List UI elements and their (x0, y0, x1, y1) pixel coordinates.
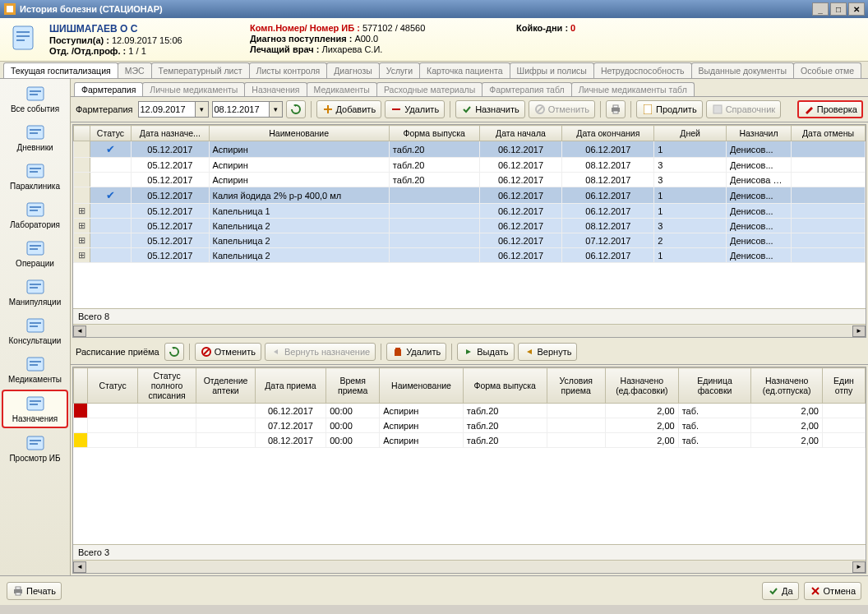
sub-tab-3[interactable]: Медикаменты (307, 82, 377, 96)
main-tab-9[interactable]: Выданные документы (691, 62, 794, 78)
grid1-col-4[interactable]: Форма выпуска (389, 126, 479, 141)
grid2-col-0[interactable] (74, 368, 88, 404)
grid2-col-2[interactable]: Статус полного списания (137, 368, 196, 404)
date-from-input[interactable] (139, 104, 195, 114)
sidebar-item-8[interactable]: Назначения (2, 390, 68, 428)
grid2-hscroll[interactable]: ◄ ► (73, 560, 866, 573)
main-tab-3[interactable]: Листы контроля (249, 62, 328, 78)
grid2-col-9[interactable]: Назначено (ед.фасовки) (605, 368, 678, 404)
grid2-col-10[interactable]: Единица фасовки (678, 368, 751, 404)
grid1-col-5[interactable]: Дата начала (479, 126, 562, 141)
table-row[interactable]: 08.12.201700:00Аспиринтабл.202,00таб.2,0… (74, 433, 866, 448)
table-row[interactable]: ✔05.12.2017Аспиринтабл.2006.12.201706.12… (74, 141, 866, 158)
date-from-dropdown-icon[interactable]: ▾ (195, 102, 208, 117)
grid2-col-8[interactable]: Условия приема (547, 368, 605, 404)
delete-button[interactable]: Удалить (385, 100, 445, 118)
scroll-right-icon[interactable]: ► (852, 561, 866, 573)
delete2-button[interactable]: Удалить (386, 343, 446, 361)
sidebar-item-4[interactable]: Операции (2, 235, 68, 272)
refresh2-button[interactable] (164, 343, 184, 361)
sidebar-item-0[interactable]: Все события (2, 81, 68, 118)
grid1-col-7[interactable]: Дней (654, 126, 727, 141)
grid1-col-3[interactable]: Наименование (209, 126, 389, 141)
grid1-col-0[interactable] (74, 126, 90, 141)
return-button[interactable]: Вернуть (518, 343, 578, 361)
grid1-col-8[interactable]: Назначил (727, 126, 792, 141)
svg-rect-17 (30, 210, 38, 211)
print-small-button[interactable] (606, 100, 626, 118)
grid1-col-1[interactable]: Статус (90, 126, 131, 141)
grid1-col-2[interactable]: Дата назначе... (132, 126, 209, 141)
ok-button[interactable]: Да (762, 582, 799, 600)
grid1-hscroll[interactable]: ◄ ► (73, 324, 866, 337)
sub-tab-4[interactable]: Расходные материалы (376, 82, 482, 96)
reference-button[interactable]: Справочник (706, 100, 782, 118)
table-row[interactable]: ⊞05.12.2017Капельница 206.12.201706.12.2… (74, 248, 866, 263)
grid2-col-7[interactable]: Форма выпуска (463, 368, 547, 404)
main-tab-6[interactable]: Карточка пациента (419, 62, 510, 78)
cancel2-button[interactable]: Отменить (195, 343, 261, 361)
scroll-right-icon[interactable]: ► (852, 325, 866, 337)
table-row[interactable]: 05.12.2017Аспиринтабл.2006.12.201708.12.… (74, 173, 866, 187)
table-row[interactable]: ⊞05.12.2017Капельница 106.12.201706.12.2… (74, 204, 866, 219)
table-row[interactable]: 05.12.2017Аспиринтабл.2006.12.201708.12.… (74, 158, 866, 173)
main-tab-7[interactable]: Шифры и полисы (510, 62, 594, 78)
date-to-field[interactable]: ▾ (212, 101, 283, 118)
minimize-button[interactable]: _ (812, 2, 829, 16)
return-label: Вернуть (538, 347, 572, 357)
cancel-assign-button[interactable]: Отменить (529, 100, 595, 118)
print-button[interactable]: Печать (7, 582, 62, 600)
sub-tab-6[interactable]: Личные медикаменты табл (571, 82, 695, 96)
sub-tab-2[interactable]: Назначения (244, 82, 307, 96)
cancel-button[interactable]: Отмена (804, 582, 861, 600)
sub-tab-1[interactable]: Личные медикаменты (142, 82, 245, 96)
main-tab-2[interactable]: Температурный лист (151, 62, 250, 78)
grid2-col-6[interactable]: Наименование (380, 368, 464, 404)
table-row[interactable]: ⊞05.12.2017Капельница 206.12.201708.12.2… (74, 219, 866, 233)
refresh-button[interactable] (286, 100, 306, 118)
sidebar-item-6[interactable]: Консультации (2, 312, 68, 349)
issue-button[interactable]: Выдать (457, 343, 514, 361)
sidebar-item-1[interactable]: Дневники (2, 119, 68, 156)
svg-rect-26 (30, 325, 38, 327)
grid2-col-11[interactable]: Назначено (ед.отпуска) (751, 368, 823, 404)
main-tab-5[interactable]: Услуги (379, 62, 420, 78)
sidebar-item-7[interactable]: Медикаменты (2, 351, 68, 388)
main-tab-1[interactable]: МЭС (118, 62, 152, 78)
extend-button[interactable]: Продлить (636, 100, 703, 118)
reference-label: Справочник (726, 104, 776, 114)
main-tab-8[interactable]: Нетрудоспособность (593, 62, 692, 78)
main-tab-4[interactable]: Диагнозы (326, 62, 380, 78)
scroll-left-icon[interactable]: ◄ (73, 325, 86, 337)
grid1-col-9[interactable]: Дата отмены (792, 126, 866, 141)
assign-button[interactable]: Назначить (455, 100, 525, 118)
table-row[interactable]: ⊞05.12.2017Капельница 206.12.201707.12.2… (74, 233, 866, 248)
table-row[interactable]: 07.12.201700:00Аспиринтабл.202,00таб.2,0… (74, 418, 866, 433)
sub-tab-0[interactable]: Фармтерапия (74, 82, 143, 96)
grid2-col-12[interactable]: Един отпу (822, 368, 865, 404)
svg-rect-19 (30, 245, 41, 247)
grid2-col-4[interactable]: Дата приема (255, 368, 326, 404)
date-to-input[interactable] (213, 104, 269, 114)
maximize-button[interactable]: □ (830, 2, 847, 16)
grid2-col-5[interactable]: Время приема (326, 368, 380, 404)
main-tab-0[interactable]: Текущая госпитализация (3, 62, 118, 78)
table-row[interactable]: ✔05.12.2017Калия йодида 2% р-р 400,0 мл0… (74, 187, 866, 204)
add-button[interactable]: Добавить (316, 100, 382, 118)
date-from-field[interactable]: ▾ (138, 101, 209, 118)
sidebar-item-9[interactable]: Просмотр ИБ (2, 430, 68, 467)
sidebar-item-2[interactable]: Параклиника (2, 158, 68, 195)
scroll-left-icon[interactable]: ◄ (73, 561, 86, 573)
sidebar-item-5[interactable]: Манипуляции (2, 274, 68, 311)
sidebar-item-3[interactable]: Лаборатория (2, 196, 68, 233)
table-row[interactable]: 06.12.201700:00Аспиринтабл.202,00таб.2,0… (74, 404, 866, 418)
grid2-col-1[interactable]: Статус (88, 368, 138, 404)
check-button[interactable]: Проверка (797, 100, 863, 118)
grid1-col-6[interactable]: Дата окончания (562, 126, 654, 141)
close-button[interactable]: ✕ (848, 2, 865, 16)
return-assign-button[interactable]: Вернуть назначение (265, 343, 376, 361)
main-tab-10[interactable]: Особые отме (793, 62, 861, 78)
date-to-dropdown-icon[interactable]: ▾ (269, 102, 282, 117)
grid2-col-3[interactable]: Отделение аптеки (196, 368, 255, 404)
sub-tab-5[interactable]: Фармтерапия табл (482, 82, 571, 96)
